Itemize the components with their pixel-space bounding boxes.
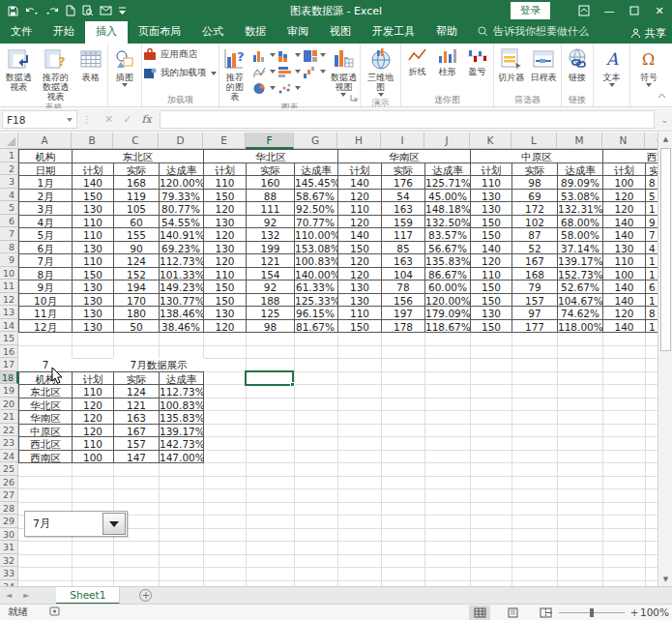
row-header-20[interactable]: 20 [0,398,18,411]
grid-cell[interactable]: 华北区 [18,398,73,412]
grid-cell[interactable]: 38.46% [159,319,204,334]
grid-cell[interactable]: 130 [72,280,114,294]
grid-cell[interactable]: 83.57% [424,227,471,242]
grid-cell[interactable]: 98 [511,175,558,190]
row-header-5[interactable]: 5 [0,201,18,215]
grid-cell[interactable]: 170 [113,293,160,308]
grid-cell[interactable]: 111 [246,201,295,216]
grid-cell[interactable]: 156 [381,293,425,308]
column-header-C[interactable]: C [113,133,159,149]
grid-cell[interactable]: 120 [203,201,247,216]
grid-cell[interactable]: 163 [381,253,425,268]
zoom-slider[interactable] [559,612,625,613]
grid-cell[interactable]: 130 [203,241,247,255]
grid-cell[interactable]: 实际 [113,371,160,386]
cancel-formula-icon[interactable]: ✕ [104,113,113,126]
grid-cell[interactable]: 110.00% [294,227,338,242]
grid-cell[interactable]: 150 [72,267,114,281]
grid-cell[interactable]: 华南区 [337,149,471,163]
row-header-8[interactable]: 8 [0,241,18,254]
grid-cell[interactable]: 130 [337,293,382,308]
column-header-M[interactable]: M [557,133,602,149]
column-header-B[interactable]: B [72,133,113,149]
zoom-out-icon[interactable]: − [544,606,553,618]
grid-cell[interactable]: 90 [113,241,160,255]
grid-cell[interactable]: 139.17% [159,424,204,438]
row-header-16[interactable]: 16 [0,345,18,359]
summary-title[interactable]: 7月数据展示 [113,358,204,372]
grid-cell[interactable]: 150 [72,189,114,203]
grid-cell[interactable]: 华北区 [203,149,338,163]
grid-cell[interactable]: 100 [72,450,114,464]
hierarchy-chart-button[interactable] [303,48,326,62]
grid-cell[interactable]: 140 [602,293,646,308]
row-header-27[interactable]: 27 [0,488,18,502]
grid-cell[interactable]: 120.00% [159,175,204,190]
grid-cell[interactable]: 58.00% [557,227,603,242]
pie-chart-button[interactable] [252,81,276,95]
grid-cell[interactable]: 97 [511,306,558,320]
name-box[interactable]: F18 [2,110,77,129]
my-addins-button[interactable]: 我的加载项 [143,67,218,79]
row-header-3[interactable]: 3 [0,175,18,189]
row-header-15[interactable]: 15 [0,332,18,345]
row-header-11[interactable]: 11 [0,280,18,293]
grid-cell[interactable]: 150 [470,280,512,294]
close-button[interactable]: ✕ [647,0,672,21]
grid-cell[interactable]: 110 [72,384,114,399]
grid-cell[interactable]: 140.00% [294,267,338,281]
grid-cell[interactable]: 178 [381,319,425,334]
scroll-up-icon[interactable]: ▲ [659,133,672,146]
column-header-I[interactable]: I [381,133,424,149]
grid-cell[interactable]: 167 [113,424,160,438]
grid-cell[interactable]: 120 [72,424,114,438]
row-header-19[interactable]: 19 [0,384,18,398]
table-button[interactable]: 表格 [74,44,106,102]
grid-cell[interactable]: 86.67% [424,267,471,281]
grid-cell[interactable]: 157 [511,293,558,308]
insert-function-icon[interactable]: fx [141,113,151,126]
new-file-icon[interactable] [66,3,75,18]
ribbon-tab-插入[interactable]: 插入 [85,21,128,44]
grid-cell[interactable]: 135.83% [159,410,204,425]
grid-cell[interactable]: 45.00% [424,189,471,203]
grid-cell[interactable]: 达成率 [557,162,603,177]
grid-cell[interactable]: 西南区 [18,450,73,464]
grid-cell[interactable]: 中原区 [18,424,73,438]
grid-cell[interactable]: 135.83% [424,253,471,268]
grid-cell[interactable]: 132.50% [424,215,471,229]
grid-cell[interactable]: 79.33% [159,189,204,203]
grid-cell[interactable]: 110 [470,175,512,190]
grid-cell[interactable]: 120 [203,319,247,334]
grid-cell[interactable]: 104.67% [557,293,603,308]
grid-cell[interactable]: 机构 [18,149,73,163]
grid-cell[interactable]: 112.73% [159,253,204,268]
grid-cell[interactable]: 56.67% [424,241,471,255]
ribbon-tab-数据[interactable]: 数据 [234,21,277,44]
expand-formula-bar-icon[interactable]: ⌄ [660,115,668,125]
grid-cell[interactable]: 实际 [246,162,295,177]
grid-cell[interactable]: 120 [203,253,247,268]
grid-cell[interactable]: 实际 [511,162,558,177]
column-header-E[interactable]: E [203,133,246,149]
grid-cell[interactable]: 74.62% [557,306,603,320]
maximize-button[interactable] [622,0,647,21]
grid-cell[interactable]: 120 [337,215,382,229]
3d-map-button[interactable]: 三维地图 [362,44,399,97]
grid-cell[interactable]: 87 [511,227,558,242]
grid-cell[interactable]: 152 [113,267,160,281]
grid-cell[interactable]: 实 [645,162,657,177]
timeline-button[interactable]: 日程表 [528,44,561,94]
grid-cell[interactable]: 130 [72,319,114,334]
grid-cell[interactable]: 1 [645,267,657,281]
grid-cell[interactable]: 105 [113,201,160,216]
grid-cell[interactable]: 140 [72,175,114,190]
row-header-6[interactable]: 6 [0,215,18,228]
grid-cell[interactable]: 52.67% [557,280,603,294]
grid-cell[interactable]: 110 [72,227,114,242]
column-header-H[interactable]: H [337,133,381,149]
vertical-scrollbar[interactable]: ▲ ▼ [657,133,672,586]
grid-cell[interactable]: 147.00% [159,450,204,464]
grid-cell[interactable]: 69.23% [159,241,204,255]
grid-cell[interactable]: 140 [470,241,512,255]
